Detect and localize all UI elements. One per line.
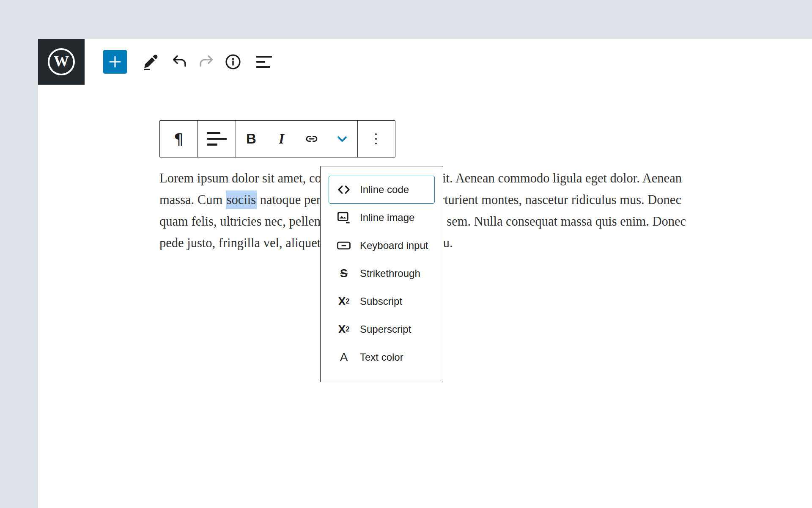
selected-text: sociis (226, 190, 257, 209)
italic-button[interactable]: I (266, 121, 297, 157)
menu-item-label: Subscript (360, 295, 402, 307)
wordpress-logo-button[interactable]: W (38, 39, 85, 85)
superscript-icon: X2 (335, 323, 353, 336)
menu-item-label: Inline code (360, 184, 409, 196)
subscript-icon: X2 (335, 295, 353, 308)
menu-item-label: Strikethrough (360, 268, 420, 279)
pencil-icon (141, 52, 160, 71)
menu-item-superscript[interactable]: X2 Superscript (329, 315, 435, 343)
change-block-type-button[interactable]: ¶ (160, 121, 198, 157)
text-color-icon: A (335, 351, 353, 364)
details-button[interactable] (221, 50, 245, 74)
plus-icon (106, 52, 124, 71)
list-view-icon (256, 56, 272, 68)
more-rich-text-tools-button[interactable] (327, 121, 357, 157)
link-button[interactable] (297, 121, 327, 157)
redo-button[interactable] (195, 50, 219, 74)
menu-item-inline-image[interactable]: Inline image (329, 204, 435, 232)
block-inserter-button[interactable] (103, 50, 127, 74)
logo-letter: W (54, 54, 69, 69)
menu-item-strikethrough[interactable]: S Strikethrough (329, 260, 435, 287)
keyboard-input-icon (335, 237, 353, 254)
wordpress-editor-screen: W (0, 0, 812, 508)
menu-item-keyboard-input[interactable]: Keyboard input (329, 232, 435, 260)
kebab-menu-icon (375, 133, 377, 145)
paragraph-icon: ¶ (174, 130, 184, 148)
block-options-button[interactable] (358, 121, 394, 157)
menu-item-label: Inline image (360, 212, 414, 224)
strikethrough-icon: S (335, 267, 353, 280)
undo-arrow-icon (170, 52, 188, 71)
menu-item-text-color[interactable]: A Text color (329, 343, 435, 371)
bold-button[interactable]: B (236, 121, 266, 157)
text-segment: massa. Cum (159, 193, 226, 207)
inline-image-icon (335, 210, 353, 226)
inline-code-icon (335, 182, 353, 198)
rich-text-tools-menu: Inline code Inline image Keyboard input (320, 166, 443, 382)
edit-tool-button[interactable] (139, 50, 162, 74)
italic-icon: I (279, 131, 284, 147)
menu-item-label: Superscript (360, 323, 411, 335)
info-icon (224, 52, 242, 71)
menu-item-inline-code[interactable]: Inline code (329, 176, 435, 204)
undo-button[interactable] (167, 50, 191, 74)
wordpress-logo-icon: W (48, 48, 75, 75)
menu-item-label: Text color (360, 351, 403, 363)
list-view-button[interactable] (252, 50, 276, 74)
menu-item-subscript[interactable]: X2 Subscript (329, 287, 435, 315)
align-text-button[interactable] (198, 121, 236, 157)
block-toolbar: ¶ B I (159, 120, 395, 157)
align-left-icon (207, 132, 227, 146)
menu-item-label: Keyboard input (360, 240, 428, 251)
chevron-down-icon (334, 130, 351, 147)
redo-arrow-icon (198, 52, 216, 71)
bold-icon: B (246, 131, 256, 147)
link-icon (303, 130, 320, 147)
